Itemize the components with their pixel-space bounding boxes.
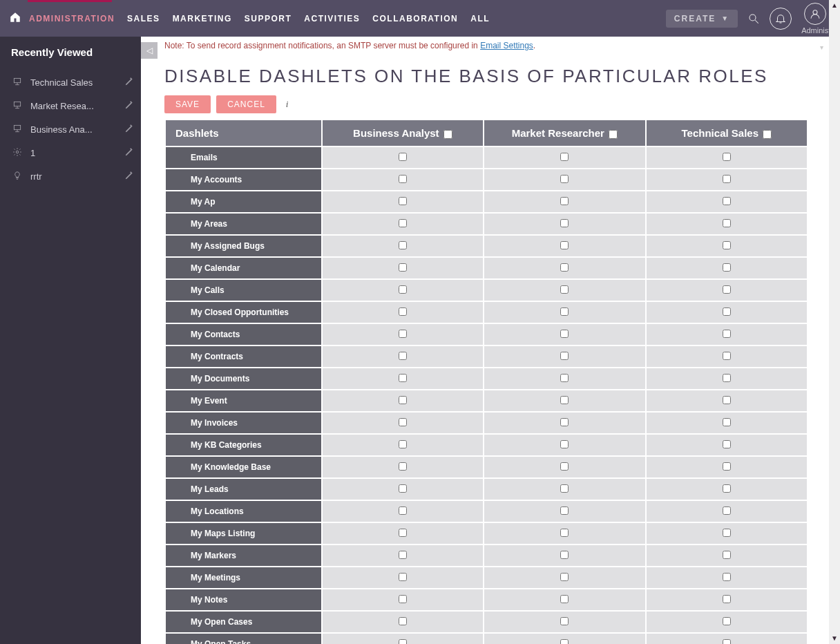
dashlet-role-checkbox[interactable] (560, 175, 569, 183)
dashlet-role-checkbox[interactable] (399, 551, 407, 559)
dashlet-role-checkbox[interactable] (723, 241, 731, 249)
dashlet-role-checkbox[interactable] (399, 175, 407, 183)
dashlet-role-checkbox[interactable] (399, 263, 407, 272)
search-icon[interactable] (747, 12, 760, 25)
user-avatar-icon[interactable] (804, 3, 826, 25)
role-master-checkbox[interactable] (763, 130, 772, 139)
recent-item[interactable]: rrtr (11, 164, 134, 188)
edit-icon[interactable] (124, 171, 134, 182)
dashlet-role-checkbox[interactable] (399, 484, 407, 493)
nav-item-collaboration[interactable]: COLLABORATION (372, 14, 458, 23)
dashlet-role-checkbox[interactable] (399, 219, 407, 227)
dashlet-role-checkbox[interactable] (723, 285, 731, 294)
role-master-checkbox[interactable] (443, 130, 452, 139)
dashlet-role-checkbox[interactable] (723, 595, 731, 603)
dashlet-role-checkbox[interactable] (399, 285, 407, 294)
dashlet-role-checkbox[interactable] (723, 462, 731, 471)
dashlet-role-checkbox[interactable] (399, 197, 407, 205)
recent-item[interactable]: Business Ana... (11, 117, 134, 141)
dashlet-role-checkbox[interactable] (399, 639, 407, 645)
create-button[interactable]: CREATE ▼ (666, 10, 738, 28)
scrollbar[interactable]: ▲ ▼ (829, 0, 840, 644)
dashlet-role-checkbox[interactable] (723, 219, 731, 227)
nav-item-administration[interactable]: ADMINISTRATION (29, 14, 115, 23)
recent-item[interactable]: Market Resea... (11, 94, 134, 117)
dashlet-role-checkbox[interactable] (399, 153, 407, 161)
dashlet-role-checkbox[interactable] (723, 418, 731, 426)
dashlet-role-checkbox[interactable] (560, 307, 569, 316)
dashlet-role-checkbox[interactable] (399, 529, 407, 537)
edit-icon[interactable] (124, 77, 134, 88)
recent-item[interactable]: Technical Sales (11, 70, 134, 94)
dashlet-role-checkbox[interactable] (399, 617, 407, 625)
dashlet-role-checkbox[interactable] (560, 617, 569, 625)
dashlet-role-checkbox[interactable] (399, 396, 407, 404)
dashlet-role-checkbox[interactable] (399, 418, 407, 426)
dashlet-role-checkbox[interactable] (399, 374, 407, 382)
scroll-down-icon[interactable]: ▼ (829, 633, 840, 644)
dashlet-role-checkbox[interactable] (560, 462, 569, 471)
dashlet-role-checkbox[interactable] (399, 573, 407, 581)
dashlet-role-checkbox[interactable] (723, 529, 731, 537)
dashlet-role-checkbox[interactable] (723, 573, 731, 581)
scroll-up-icon[interactable]: ▲ (829, 0, 840, 11)
dashlet-role-checkbox[interactable] (560, 153, 569, 161)
dashlet-role-checkbox[interactable] (723, 374, 731, 382)
dashlet-role-checkbox[interactable] (399, 352, 407, 360)
dashlet-role-checkbox[interactable] (560, 330, 569, 338)
dashlet-role-checkbox[interactable] (723, 330, 731, 338)
dashlet-role-checkbox[interactable] (723, 396, 731, 404)
dashlet-role-checkbox[interactable] (723, 307, 731, 316)
dashlet-role-checkbox[interactable] (560, 440, 569, 448)
dashlet-role-checkbox[interactable] (723, 197, 731, 205)
dashlet-role-checkbox[interactable] (723, 484, 731, 493)
dashlet-role-checkbox[interactable] (723, 551, 731, 559)
dashlet-role-checkbox[interactable] (560, 551, 569, 559)
dashlet-role-checkbox[interactable] (560, 529, 569, 537)
recent-item[interactable]: 1 (11, 141, 134, 164)
dashlet-role-checkbox[interactable] (560, 285, 569, 294)
info-icon[interactable]: i (286, 99, 289, 110)
dashlet-role-checkbox[interactable] (560, 639, 569, 645)
dashlet-role-checkbox[interactable] (560, 484, 569, 493)
dashlet-role-checkbox[interactable] (399, 506, 407, 515)
dashlet-role-checkbox[interactable] (560, 263, 569, 272)
dashlet-role-checkbox[interactable] (560, 506, 569, 515)
dashlet-role-checkbox[interactable] (560, 418, 569, 426)
save-button[interactable]: SAVE (164, 95, 211, 113)
dashlet-role-checkbox[interactable] (399, 330, 407, 338)
dashlet-role-checkbox[interactable] (723, 506, 731, 515)
edit-icon[interactable] (124, 124, 134, 135)
dashlet-role-checkbox[interactable] (560, 573, 569, 581)
dashlet-role-checkbox[interactable] (723, 617, 731, 625)
dashlet-role-checkbox[interactable] (723, 153, 731, 161)
cancel-button[interactable]: CANCEL (216, 95, 276, 113)
dashlet-role-checkbox[interactable] (723, 175, 731, 183)
notice-collapse-icon[interactable]: ▾ (820, 44, 823, 51)
dashlet-role-checkbox[interactable] (560, 396, 569, 404)
dashlet-role-checkbox[interactable] (560, 352, 569, 360)
dashlet-role-checkbox[interactable] (560, 374, 569, 382)
role-master-checkbox[interactable] (609, 130, 618, 139)
email-settings-link[interactable]: Email Settings (480, 41, 533, 50)
dashlet-role-checkbox[interactable] (399, 595, 407, 603)
dashlet-role-checkbox[interactable] (399, 440, 407, 448)
dashlet-role-checkbox[interactable] (399, 241, 407, 249)
dashlet-role-checkbox[interactable] (399, 307, 407, 316)
dashlet-role-checkbox[interactable] (723, 352, 731, 360)
nav-item-activities[interactable]: ACTIVITIES (304, 14, 360, 23)
dashlet-role-checkbox[interactable] (723, 440, 731, 448)
home-icon[interactable] (6, 11, 25, 26)
dashlet-role-checkbox[interactable] (723, 639, 731, 645)
edit-icon[interactable] (124, 100, 134, 112)
notifications-icon[interactable] (770, 8, 792, 30)
dashlet-role-checkbox[interactable] (560, 595, 569, 603)
dashlet-role-checkbox[interactable] (560, 197, 569, 205)
dashlet-role-checkbox[interactable] (560, 241, 569, 249)
edit-icon[interactable] (124, 147, 134, 159)
dashlet-role-checkbox[interactable] (399, 462, 407, 471)
dashlet-role-checkbox[interactable] (723, 263, 731, 272)
nav-item-support[interactable]: SUPPORT (245, 14, 292, 23)
nav-item-marketing[interactable]: MARKETING (173, 14, 232, 23)
dashlet-role-checkbox[interactable] (560, 219, 569, 227)
